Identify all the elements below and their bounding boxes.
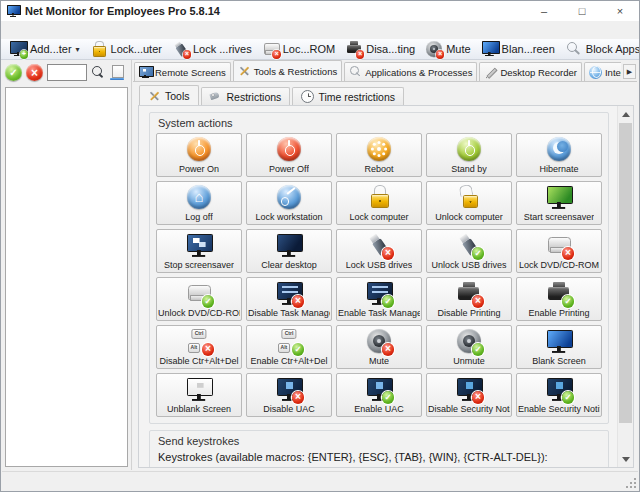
action-button[interactable]: Unlock DVD/CD-ROM	[156, 277, 242, 321]
menu-item[interactable]	[68, 29, 82, 31]
action-icon	[277, 185, 301, 209]
action-button[interactable]: Enable Printing	[516, 277, 602, 321]
action-label: Unblank Screen	[167, 404, 231, 414]
action-button[interactable]: Hibernate	[516, 133, 602, 177]
toolbar: Add...ter ▾ Lock...uter Lock ...rives Lo…	[1, 39, 639, 60]
toolbar-button[interactable]: Block Apps ▾	[565, 41, 640, 57]
tools-panel-content: System actions Power On Power Off Re	[139, 106, 617, 467]
action-button[interactable]: Blank Screen	[516, 325, 602, 369]
action-button[interactable]: Lock workstation	[246, 181, 332, 225]
main-tab[interactable]: Applications & Processes	[344, 62, 477, 81]
action-button[interactable]: Disable Ctr+Alt+Del	[156, 325, 242, 369]
action-button[interactable]: Power Off	[246, 133, 332, 177]
status-badge-icon	[382, 295, 395, 308]
menu-item[interactable]	[52, 29, 66, 31]
action-label: Disable UAC	[263, 404, 315, 414]
action-button[interactable]: Enable Security Notif.	[516, 373, 602, 417]
action-button[interactable]: Lock computer	[336, 181, 422, 225]
status-badge-icon	[183, 50, 191, 58]
red-cross-button[interactable]	[26, 64, 43, 81]
toolbar-button-label: Block Apps	[586, 43, 640, 55]
menu-bar	[1, 21, 639, 39]
action-button[interactable]: Lock DVD/CD-ROM	[516, 229, 602, 273]
toolbar-button[interactable]: Lock ...rives	[172, 41, 253, 57]
action-button[interactable]: Power On	[156, 133, 242, 177]
scroll-down-icon[interactable]	[618, 451, 633, 467]
resize-grip-icon[interactable]	[626, 478, 636, 488]
toolbar-button[interactable]: Lock...uter	[90, 41, 163, 57]
sub-tab[interactable]: Restrictions	[201, 87, 291, 105]
action-label: Lock workstation	[255, 212, 322, 222]
green-check-button[interactable]	[5, 64, 22, 81]
toolbar-button[interactable]: Add...ter ▾	[9, 41, 81, 57]
action-button[interactable]: Unlock computer	[426, 181, 512, 225]
action-button[interactable]: Disable Printing	[426, 277, 512, 321]
status-badge-icon	[562, 295, 575, 308]
toolbar-button-label: Mute	[446, 43, 470, 55]
action-button[interactable]: Reboot	[336, 133, 422, 177]
main-tab[interactable]: Tools & Restrictions	[233, 60, 342, 81]
vertical-scrollbar[interactable]	[617, 106, 633, 467]
menu-item[interactable]	[36, 29, 50, 31]
action-button[interactable]: Unblank Screen	[156, 373, 242, 417]
action-button[interactable]: Enable Ctr+Alt+Del	[246, 325, 332, 369]
action-button[interactable]: Clear desktop	[246, 229, 332, 273]
action-label: Lock USB drives	[346, 260, 413, 270]
action-button[interactable]: Disable Task Manager	[246, 277, 332, 321]
toolbar-button[interactable]: Blan...reen	[481, 41, 556, 57]
main-tab[interactable]: Internet Control	[584, 62, 621, 81]
action-button[interactable]: Unlock USB drives	[426, 229, 512, 273]
action-button[interactable]: Start screensaver	[516, 181, 602, 225]
action-button[interactable]: Disable UAC	[246, 373, 332, 417]
menu-item[interactable]	[20, 29, 34, 31]
send-keystrokes-title: Send keystrokes	[158, 435, 602, 447]
main-tab[interactable]: Remote Screens	[134, 62, 231, 81]
action-icon	[187, 137, 211, 161]
client-list[interactable]	[5, 87, 128, 467]
maximize-button[interactable]: □	[563, 1, 601, 21]
menu-item[interactable]	[4, 29, 18, 31]
action-button[interactable]: Stop screensaver	[156, 229, 242, 273]
search-icon[interactable]	[91, 65, 106, 80]
toolbar-icon	[91, 41, 107, 57]
toolbar-button-label: Add...ter	[30, 43, 72, 55]
toolbar-icon	[482, 41, 498, 57]
toolbar-button[interactable]: Disa...ting	[345, 41, 416, 57]
action-label: Log off	[185, 212, 212, 222]
window-controls: – □ ×	[525, 1, 639, 21]
action-button[interactable]: Mute	[336, 325, 422, 369]
action-label: Enable Task Manager	[338, 308, 420, 318]
close-button[interactable]: ×	[601, 1, 639, 21]
sub-tab-label: Time restrictions	[318, 91, 395, 103]
search-input[interactable]	[47, 64, 87, 81]
action-button[interactable]: Stand by	[426, 133, 512, 177]
sub-tab[interactable]: Time restrictions	[292, 87, 404, 105]
menu-item[interactable]	[84, 29, 98, 31]
action-button[interactable]: Disable Security Notif.	[426, 373, 512, 417]
status-badge-icon	[292, 295, 305, 308]
main-tab-strip: Remote Screens Tools & Restrictions Appl…	[134, 60, 621, 81]
sub-tab[interactable]: Tools	[139, 85, 199, 105]
action-label: Clear desktop	[261, 260, 317, 270]
action-label: Stop screensaver	[164, 260, 234, 270]
action-button[interactable]: Lock USB drives	[336, 229, 422, 273]
toolbar-button[interactable]: Loc...ROM	[262, 41, 337, 57]
action-icon	[187, 377, 211, 401]
edit-icon[interactable]	[110, 65, 125, 80]
action-button[interactable]: Log off	[156, 181, 242, 225]
main-tab[interactable]: Desktop Recorder	[479, 62, 582, 81]
tab-scroll-right-button[interactable]: ▶	[623, 64, 636, 79]
action-button[interactable]: Unmute	[426, 325, 512, 369]
action-label: Lock computer	[349, 212, 408, 222]
action-label: Enable Ctr+Alt+Del	[250, 356, 327, 366]
action-icon	[457, 137, 481, 161]
scrollbar-thumb[interactable]	[619, 123, 632, 423]
minimize-button[interactable]: –	[525, 1, 563, 21]
scroll-up-icon[interactable]	[618, 106, 633, 122]
action-button[interactable]: Enable Task Manager	[336, 277, 422, 321]
action-icon	[547, 329, 571, 353]
toolbar-button[interactable]: Mute	[425, 41, 471, 57]
tab-icon	[589, 66, 602, 79]
action-label: Unlock DVD/CD-ROM	[158, 308, 240, 318]
action-button[interactable]: Enable UAC	[336, 373, 422, 417]
